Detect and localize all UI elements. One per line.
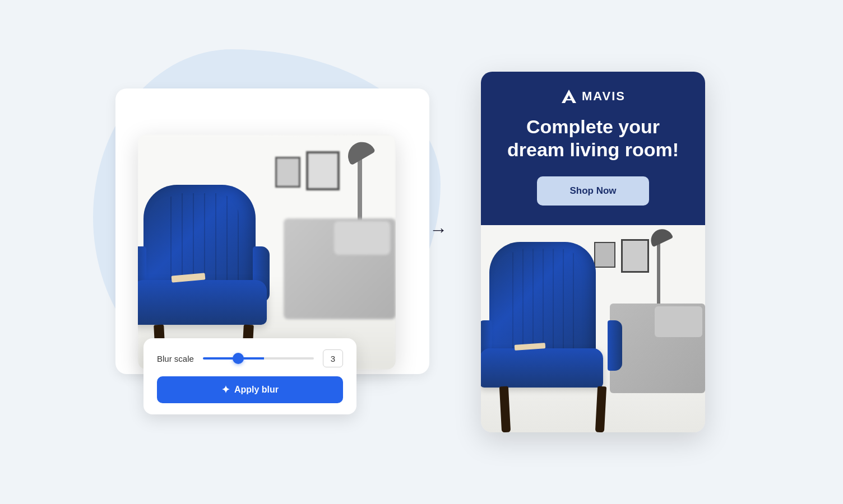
ad-header: MAVIS Complete your dream living room! S… xyxy=(481,72,705,226)
apply-blur-label: Apply blur xyxy=(234,385,279,395)
brand-name-text: MAVIS xyxy=(582,89,626,104)
blur-slider[interactable] xyxy=(203,357,314,360)
chair-seat xyxy=(138,280,267,325)
main-container: Blur scale 3 ✦ Apply blur → xyxy=(138,72,705,433)
ad-card: MAVIS Complete your dream living room! S… xyxy=(481,72,705,433)
arrow-container: → xyxy=(429,220,447,240)
blur-row: Blur scale 3 xyxy=(157,349,343,367)
slider-container[interactable] xyxy=(203,353,314,364)
room-scene xyxy=(138,134,396,370)
blur-scale-label: Blur scale xyxy=(157,354,194,363)
apply-blur-button[interactable]: ✦ Apply blur xyxy=(157,376,343,403)
ad-blue-chair xyxy=(481,242,632,432)
shop-now-button[interactable]: Shop Now xyxy=(537,176,649,206)
left-section: Blur scale 3 ✦ Apply blur xyxy=(138,134,396,370)
blur-control-panel: Blur scale 3 ✦ Apply blur xyxy=(143,338,356,414)
ad-headline: Complete your dream living room! xyxy=(498,115,688,161)
wall-frame-1 xyxy=(306,151,340,190)
ad-chair-seat xyxy=(481,348,603,388)
direction-arrow: → xyxy=(429,220,447,240)
ad-chair-leg-left xyxy=(499,386,511,432)
mavis-logo-icon xyxy=(561,88,577,104)
ad-bed-cover xyxy=(655,306,702,337)
sparkle-icon: ✦ xyxy=(221,384,230,396)
source-image-card xyxy=(138,134,396,370)
ad-image-section xyxy=(481,225,705,432)
ad-chair-arm-right xyxy=(608,320,622,371)
ad-chair-leg-right xyxy=(595,386,606,432)
bed-pillow xyxy=(334,221,390,255)
wall-frame-2 xyxy=(275,157,300,188)
blur-value-display: 3 xyxy=(323,349,343,367)
blue-chair-original xyxy=(138,185,284,364)
brand-logo: MAVIS xyxy=(498,88,688,104)
